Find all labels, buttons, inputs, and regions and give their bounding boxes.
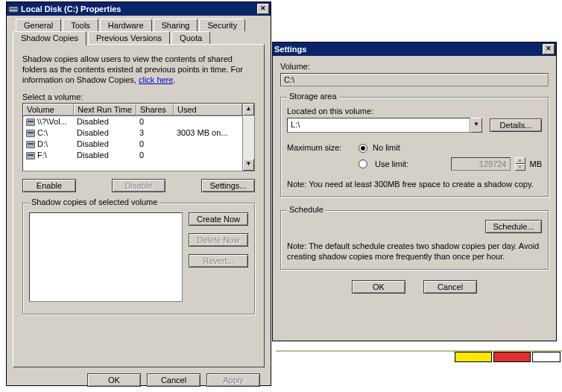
description-text: Shadow copies allow users to view the co… [22,54,255,85]
volume-label: Volume: [280,62,549,71]
settings-ok-button[interactable]: OK [352,280,405,294]
use-limit-label: Use limit: [375,159,414,168]
shadow-copies-list[interactable] [29,212,183,302]
table-row[interactable]: \\?\Vol... Disabled 0 [23,116,242,127]
revert-button: Revert... [189,254,248,268]
properties-title: Local Disk (C:) Properties [21,4,257,13]
schedule-label: Schedule [287,205,326,214]
col-next-run[interactable]: Next Run Time [74,104,136,116]
volume-field: C:\ [280,73,549,86]
delete-now-button: Delete Now [189,233,248,247]
background-block-yellow [455,352,492,362]
enable-button[interactable]: Enable [22,179,76,192]
settings-window: Settings ✕ Volume: C:\ Storage area Loca… [272,42,557,341]
col-volume[interactable]: Volume [23,104,74,116]
tab-hardware[interactable]: Hardware [100,19,152,31]
table-row[interactable]: F:\ Disabled 0 [23,150,242,161]
use-limit-radio[interactable] [359,159,367,168]
disk-icon [26,130,35,137]
schedule-button[interactable]: Schedule... [485,220,542,233]
located-volume-value: L:\ [287,118,470,133]
settings-titlebar[interactable]: Settings ✕ [273,42,556,56]
svg-rect-1 [10,8,17,10]
storage-area-label: Storage area [287,92,339,101]
close-icon[interactable]: ✕ [257,4,269,14]
tab-security[interactable]: Security [199,19,245,31]
disk-icon [26,118,35,126]
col-used[interactable]: Used [174,104,242,116]
disable-button: Disable [112,179,165,192]
maximum-size-label: Maximum size: [287,143,359,152]
tab-quota[interactable]: Quota [171,31,210,44]
click-here-link[interactable]: click here [139,75,173,84]
storage-note: Note: You need at least 300MB free space… [287,180,542,189]
col-shares[interactable]: Shares [136,104,174,116]
tab-general[interactable]: General [16,19,61,31]
mb-label: MB [530,159,543,168]
scroll-down-icon[interactable]: ▼ [243,159,254,171]
volume-list[interactable]: Volume Next Run Time Shares Used \\?\Vol… [22,103,255,171]
settings-button[interactable]: Settings... [201,179,255,192]
tab-tools[interactable]: Tools [63,19,98,31]
spin-down-icon: ▼ [515,164,525,171]
disk-icon [26,152,35,159]
scroll-track[interactable] [243,116,254,159]
table-row[interactable]: D:\ Disabled 0 [23,139,242,150]
tab-sharing[interactable]: Sharing [154,19,198,31]
settings-cancel-button[interactable]: Cancel [423,280,477,294]
limit-spinner: ▲ ▼ [515,157,525,171]
settings-title: Settings [274,45,543,54]
close-icon[interactable]: ✕ [543,44,555,54]
details-button[interactable]: Details... [490,118,542,132]
located-volume-dropdown[interactable]: L:\ ▼ [287,118,482,133]
properties-window: Local Disk (C:) Properties ✕ General Too… [6,1,271,386]
no-limit-radio[interactable] [359,144,367,153]
table-row[interactable]: C:\ Disabled 3 3003 MB on... [23,127,242,139]
limit-input: 129724 [451,157,511,171]
background-block-white [532,352,561,362]
properties-titlebar[interactable]: Local Disk (C:) Properties ✕ [7,2,271,16]
create-now-button[interactable]: Create Now [189,212,248,226]
drive-icon [8,4,19,14]
apply-button: Apply [206,373,260,387]
located-label: Located on this volume: [287,107,542,116]
scroll-up-icon[interactable]: ▲ [243,104,254,116]
ok-button[interactable]: OK [87,373,141,387]
list-scrollbar[interactable]: ▲ ▼ [242,104,254,171]
chevron-down-icon[interactable]: ▼ [470,118,482,133]
background-block-red [493,352,531,362]
tab-previous-versions[interactable]: Previous Versions [88,31,170,44]
disk-icon [26,141,35,148]
spin-up-icon: ▲ [515,157,525,164]
schedule-note: Note: The default schedule creates two s… [287,241,542,262]
shadow-copies-group-label: Shadow copies of selected volume [29,197,160,206]
cancel-button[interactable]: Cancel [147,373,201,387]
select-volume-label: Select a volume: [22,92,255,101]
no-limit-label: No limit [373,143,400,152]
tab-shadow-copies[interactable]: Shadow Copies [13,31,86,45]
desc-body: Shadow copies allow users to view the co… [22,54,243,84]
